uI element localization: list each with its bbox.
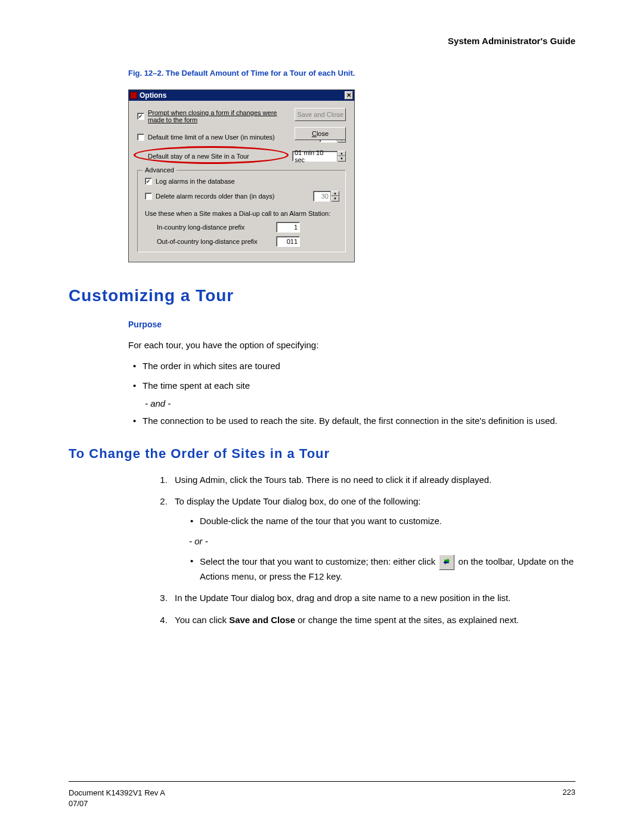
log-alarms-label: Log alarms in the database bbox=[156, 178, 339, 185]
out-country-prefix-label: Out-of-country long-distance prefix bbox=[157, 238, 276, 245]
purpose-bullet-3: The connection to be used to reach the s… bbox=[128, 414, 575, 428]
spinner-up-icon[interactable]: ▲ bbox=[331, 191, 339, 196]
default-stay-label: Default stay of a new Site in a Tour bbox=[137, 153, 292, 160]
section-heading-change-order: To Change the Order of Sites in a Tour bbox=[69, 446, 575, 462]
dialog-titlebar: Options ✕ bbox=[129, 90, 354, 101]
prompt-changes-checkbox[interactable]: ✓ bbox=[137, 113, 144, 120]
section-heading-customizing: Customizing a Tour bbox=[69, 286, 575, 305]
in-country-prefix-label: In-country long-distance prefix bbox=[157, 224, 276, 231]
close-button[interactable]: CCloselose bbox=[295, 127, 346, 140]
log-alarms-checkbox[interactable]: ✓ bbox=[145, 178, 152, 185]
dialog-title: Options bbox=[140, 91, 166, 100]
spinner-up-icon[interactable]: ▲ bbox=[338, 151, 346, 156]
step-2a: Double-click the name of the tour that y… bbox=[185, 515, 575, 528]
step-4: You can click Save and Close or change t… bbox=[170, 614, 575, 627]
footer-document-id: Document K14392V1 Rev A bbox=[69, 788, 165, 798]
update-toolbar-icon[interactable] bbox=[439, 555, 454, 570]
footer-page-number: 223 bbox=[562, 788, 575, 809]
footer-date: 07/07 bbox=[69, 798, 165, 809]
delete-older-input[interactable]: 30 bbox=[313, 191, 331, 202]
spinner-down-icon[interactable]: ▼ bbox=[338, 156, 346, 162]
page-footer: Document K14392V1 Rev A 07/07 223 bbox=[69, 781, 575, 809]
step-3: In the Update Tour dialog box, drag and … bbox=[170, 592, 575, 605]
figure-caption: Fig. 12–2. The Default Amount of Time fo… bbox=[128, 69, 575, 78]
or-separator: - or - bbox=[189, 535, 575, 549]
purpose-bullet-2: The time spent at each site bbox=[128, 379, 575, 393]
default-stay-input[interactable]: 01 min 10 sec bbox=[292, 151, 338, 162]
advanced-legend: Advanced bbox=[143, 166, 177, 174]
delete-older-label: Delete alarm records older than (in days… bbox=[156, 193, 313, 200]
and-separator: - and - bbox=[145, 398, 575, 408]
delete-older-checkbox[interactable] bbox=[145, 193, 152, 200]
purpose-intro-text: For each tour, you have the option of sp… bbox=[128, 339, 575, 351]
page-header-title: System Administrator's Guide bbox=[69, 36, 575, 46]
dialup-intro-label: Use these when a Site makes a Dial-up ca… bbox=[145, 210, 339, 217]
out-country-prefix-input[interactable]: 011 bbox=[276, 236, 300, 247]
in-country-prefix-input[interactable]: 1 bbox=[276, 222, 300, 233]
step-2b: Select the tour that you want to customi… bbox=[185, 555, 575, 584]
step-1: Using Admin, click the Tours tab. There … bbox=[170, 473, 575, 487]
options-dialog: Options ✕ Save and Close CCloselose ✓ Pr… bbox=[128, 89, 355, 262]
default-time-checkbox[interactable] bbox=[137, 134, 144, 141]
purpose-heading: Purpose bbox=[128, 320, 575, 329]
default-time-label: Default time limit of a new User (in min… bbox=[148, 134, 320, 141]
advanced-fieldset: Advanced ✓ Log alarms in the database De… bbox=[137, 170, 346, 252]
close-icon[interactable]: ✕ bbox=[345, 91, 353, 100]
purpose-bullet-1: The order in which sites are toured bbox=[128, 360, 575, 373]
prompt-changes-label: Prompt when closing a form if changes we… bbox=[148, 109, 286, 123]
spinner-down-icon[interactable]: ▼ bbox=[331, 196, 339, 202]
save-and-close-button[interactable]: Save and Close bbox=[295, 108, 346, 121]
step-2: To display the Update Tour dialog box, d… bbox=[170, 495, 575, 583]
app-icon bbox=[130, 92, 137, 99]
